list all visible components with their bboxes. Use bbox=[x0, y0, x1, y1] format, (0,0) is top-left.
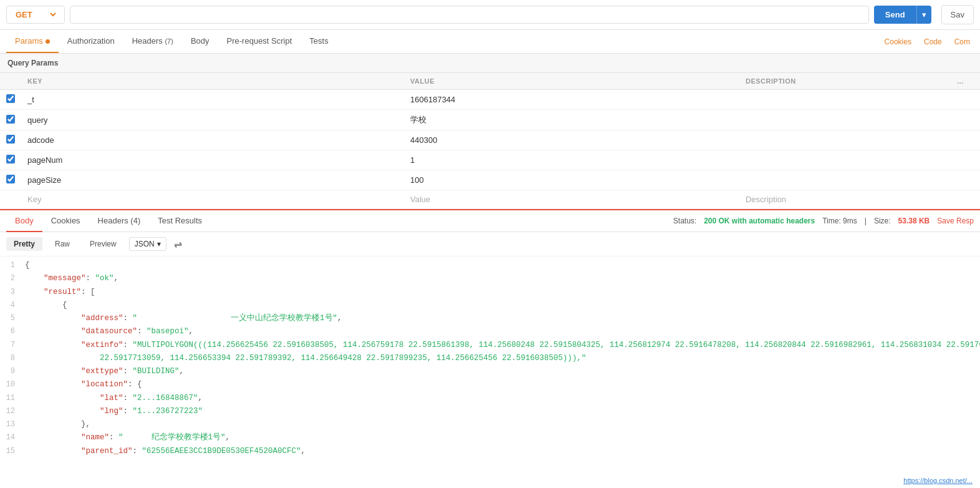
send-button[interactable]: Send bbox=[874, 6, 916, 24]
resp-tab-cookies[interactable]: Cookies bbox=[42, 210, 89, 232]
col-checkbox bbox=[0, 73, 21, 90]
json-line: 3 "result": [ bbox=[0, 286, 980, 299]
row-description[interactable] bbox=[739, 170, 951, 190]
tab-prerequest[interactable]: Pre-request Script bbox=[218, 30, 301, 53]
row-checkbox[interactable] bbox=[6, 175, 15, 183]
json-viewer[interactable]: 1{2 "message": "ok",3 "result": [4 {5 "a… bbox=[0, 256, 980, 456]
row-key[interactable]: query bbox=[21, 110, 404, 130]
row-checkbox-cell[interactable] bbox=[0, 150, 21, 170]
row-value[interactable]: Value bbox=[404, 190, 739, 209]
method-dropdown[interactable]: GET POST PUT DELETE bbox=[13, 9, 58, 20]
row-key[interactable]: _t bbox=[21, 90, 404, 110]
format-bar: Pretty Raw Preview JSON ▾ ⇌ bbox=[0, 232, 980, 256]
json-line: 12 "lng": "1...236727223" bbox=[0, 405, 980, 418]
params-table: KEY VALUE DESCRIPTION ... _t 1606187344 … bbox=[0, 73, 980, 209]
row-value[interactable]: 1 bbox=[404, 150, 739, 170]
format-dropdown[interactable]: JSON ▾ bbox=[129, 237, 166, 251]
json-line: 7 "extinfo": "MULTIPOLYGON(((114.2566254… bbox=[0, 339, 980, 352]
query-params-header: Query Params bbox=[0, 54, 980, 73]
row-checkbox-cell[interactable] bbox=[0, 110, 21, 130]
json-line: 8 22.5917713059, 114.256653394 22.591789… bbox=[0, 352, 980, 365]
table-row: query 学校 bbox=[0, 110, 980, 130]
row-value[interactable]: 440300 bbox=[404, 130, 739, 150]
response-size-label: Size: bbox=[874, 217, 891, 225]
json-line: 14 "name": " 纪念学校教学楼1号", bbox=[0, 431, 980, 444]
row-checkbox-cell[interactable] bbox=[0, 190, 21, 209]
json-line: 1{ bbox=[0, 259, 980, 272]
json-line: 11 "lat": "2...16848867", bbox=[0, 392, 980, 405]
row-description[interactable]: Description bbox=[739, 190, 951, 209]
response-size: 53.38 KB bbox=[898, 217, 930, 225]
right-tabs: Cookies Code Com bbox=[881, 37, 974, 46]
send-dropdown-button[interactable]: ▾ bbox=[916, 6, 931, 24]
raw-button[interactable]: Raw bbox=[47, 237, 77, 251]
request-tab-bar: Params Authorization Headers (7) Body Pr… bbox=[0, 30, 980, 54]
cookies-link[interactable]: Cookies bbox=[881, 37, 915, 46]
code-link[interactable]: Code bbox=[920, 37, 946, 46]
resp-tab-headers[interactable]: Headers (4) bbox=[89, 210, 150, 232]
row-key[interactable]: pageNum bbox=[21, 150, 404, 170]
row-checkbox-cell[interactable] bbox=[0, 170, 21, 190]
tab-body[interactable]: Body bbox=[182, 30, 218, 53]
resp-tab-body[interactable]: Body bbox=[6, 210, 42, 232]
row-description[interactable] bbox=[739, 150, 951, 170]
row-value[interactable]: 1606187344 bbox=[404, 90, 739, 110]
row-value[interactable]: 100 bbox=[404, 170, 739, 190]
status-value: 200 OK with automatic headers bbox=[704, 217, 815, 225]
row-actions bbox=[951, 90, 980, 110]
col-value: VALUE bbox=[404, 73, 739, 90]
resp-tab-testresults[interactable]: Test Results bbox=[149, 210, 211, 232]
json-line: 9 "exttype": "BUILDING", bbox=[0, 365, 980, 378]
row-description[interactable] bbox=[739, 110, 951, 130]
save-response-button[interactable]: Save Resp bbox=[937, 217, 974, 225]
row-description[interactable] bbox=[739, 130, 951, 150]
preview-button[interactable]: Preview bbox=[82, 237, 124, 251]
pretty-button[interactable]: Pretty bbox=[6, 237, 42, 251]
save-button[interactable]: Sav bbox=[941, 5, 974, 24]
col-description: DESCRIPTION bbox=[739, 73, 951, 90]
row-checkbox[interactable] bbox=[6, 115, 15, 124]
json-line: 10 "location": { bbox=[0, 378, 980, 391]
row-key[interactable]: adcode bbox=[21, 130, 404, 150]
col-actions: ... bbox=[951, 73, 980, 90]
method-select[interactable]: GET POST PUT DELETE bbox=[6, 6, 65, 24]
row-checkbox[interactable] bbox=[6, 155, 15, 163]
table-row: pageNum 1 bbox=[0, 150, 980, 170]
row-key[interactable]: pageSize bbox=[21, 170, 404, 190]
row-checkbox-cell[interactable] bbox=[0, 90, 21, 110]
url-input[interactable]: http:// /at/map/getPoi?_t=1606187344&que… bbox=[70, 6, 869, 24]
col-key: KEY bbox=[21, 73, 404, 90]
url-bar: GET POST PUT DELETE http:// /at/map/getP… bbox=[0, 0, 980, 30]
table-row: _t 1606187344 bbox=[0, 90, 980, 110]
row-key[interactable]: Key bbox=[21, 190, 404, 209]
row-actions bbox=[951, 170, 980, 190]
row-value[interactable]: 学校 bbox=[404, 110, 739, 130]
table-row: adcode 440300 bbox=[0, 130, 980, 150]
row-actions bbox=[951, 150, 980, 170]
json-line: 4 { bbox=[0, 299, 980, 312]
tab-authorization[interactable]: Authorization bbox=[59, 30, 123, 53]
table-row: Key Value Description bbox=[0, 190, 980, 209]
json-line: 6 "datasource": "basepoi", bbox=[0, 325, 980, 338]
com-link[interactable]: Com bbox=[951, 37, 974, 46]
json-line: 5 "address": " 一义中山纪念学校教学楼1号", bbox=[0, 312, 980, 325]
row-checkbox[interactable] bbox=[6, 94, 15, 103]
status-info: Status: 200 OK with automatic headers Ti… bbox=[673, 217, 974, 225]
json-line: 15 "parent_id": "62556EAEE3CC1B9DE0530EF… bbox=[0, 445, 980, 457]
tab-headers[interactable]: Headers (7) bbox=[123, 30, 182, 53]
tab-tests[interactable]: Tests bbox=[300, 30, 337, 53]
row-actions bbox=[951, 110, 980, 130]
json-line: 13 }, bbox=[0, 418, 980, 431]
row-checkbox[interactable] bbox=[6, 135, 15, 144]
row-description[interactable] bbox=[739, 90, 951, 110]
table-row: pageSize 100 bbox=[0, 170, 980, 190]
row-actions bbox=[951, 130, 980, 150]
send-btn-group: Send ▾ bbox=[874, 6, 931, 24]
tab-params[interactable]: Params bbox=[6, 30, 59, 53]
response-time: Time: 9ms bbox=[822, 217, 857, 225]
json-line: 2 "message": "ok", bbox=[0, 272, 980, 285]
wrap-icon[interactable]: ⇌ bbox=[174, 238, 182, 250]
row-actions bbox=[951, 190, 980, 209]
response-bar: Body Cookies Headers (4) Test Results St… bbox=[0, 209, 980, 232]
row-checkbox-cell[interactable] bbox=[0, 130, 21, 150]
